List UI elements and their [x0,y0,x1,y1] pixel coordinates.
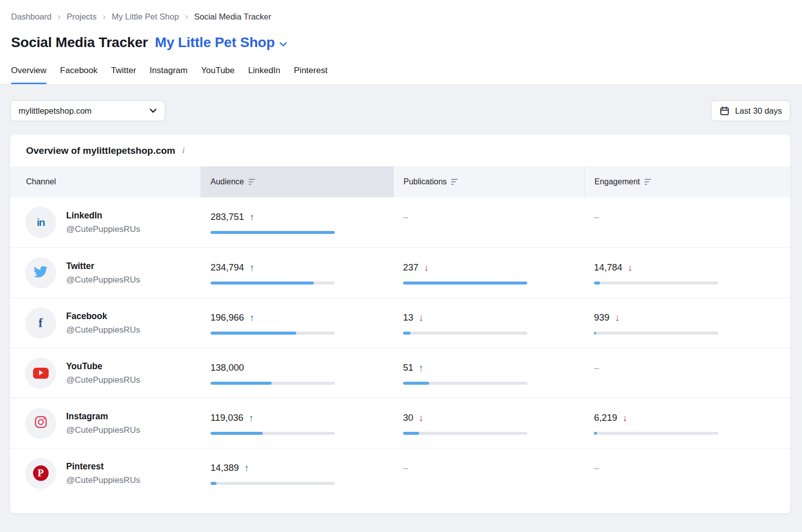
audience-cell: 283,751↑ [200,197,393,247]
metric-value: 30 [403,412,414,423]
tab-youtube[interactable]: YouTube [201,66,235,84]
trend-icon: ↑ [250,313,255,323]
table-row: P Pinterest @CutePuppiesRUs 14,389↑ – – [10,448,790,498]
engagement-cell: – [584,197,790,247]
sort-icon [645,179,651,185]
sort-icon [451,179,458,185]
publications-cell: 237↓ [393,248,584,298]
tab-facebook[interactable]: Facebook [60,66,98,84]
channel-avatar: f [25,308,56,339]
trend-icon: ↓ [419,313,424,323]
metric-value: 237 [403,262,419,273]
metric-value: 14,389 [211,462,239,473]
engagement-cell: 6,219↓ [584,398,790,448]
card-header: Overview of mylittlepetshop.com i [10,135,790,166]
chevron-down-icon [149,108,157,113]
tab-linkedin[interactable]: LinkedIn [248,66,280,84]
metric-bar [403,332,527,335]
tab-instagram[interactable]: Instagram [150,66,188,84]
channel-name: Twitter [66,261,140,272]
metric-bar [594,282,718,285]
engagement-cell: – [584,448,790,498]
trend-icon: ↑ [250,263,255,273]
audience-cell: 14,389↑ [200,448,393,498]
publications-cell: – [393,448,584,498]
audience-cell: 196,966↑ [200,298,393,348]
breadcrumb: Dashboard›Projects›My Little Pet Shop›So… [0,0,802,22]
metric-bar [594,332,718,335]
trend-icon: ↑ [250,212,255,222]
column-header-publications[interactable]: Publications [393,166,584,197]
sort-icon [249,179,255,185]
trend-icon: ↑ [245,463,250,473]
domain-selector[interactable]: mylittlepetshop.com [10,100,165,121]
metric-value: – [403,211,408,222]
column-header-engagement[interactable]: Engagement [584,166,790,197]
breadcrumb-item[interactable]: Projects [67,12,97,22]
table-row: Instagram @CutePuppiesRUs 119,036↑ 30↓ 6… [10,398,790,448]
metric-value: – [594,362,599,373]
tab-pinterest[interactable]: Pinterest [294,66,327,84]
channel-handle: @CutePuppiesRUs [66,325,140,335]
channel-name: YouTube [66,361,140,372]
tab-overview[interactable]: Overview [11,66,47,84]
trend-icon: ↑ [249,413,254,423]
metric-bar [211,382,335,385]
table-header-row: Channel Audience Publications Engagement [10,166,790,197]
metric-bar [594,432,718,435]
publications-cell: 51↑ [393,348,584,398]
breadcrumb-item: Social Media Tracker [194,12,271,22]
metric-value: – [403,462,408,473]
channel-avatar [25,257,56,289]
channel-cell: Twitter @CutePuppiesRUs [10,248,200,298]
metric-value: 939 [594,312,610,323]
domain-selector-value: mylittlepetshop.com [19,106,92,116]
channel-cell: Instagram @CutePuppiesRUs [10,398,200,448]
metric-bar [211,432,335,435]
twitter-icon [34,266,48,280]
publications-cell: 30↓ [393,398,584,448]
chevron-right-icon: › [185,12,188,21]
engagement-cell: – [584,348,790,398]
engagement-cell: 14,784↓ [584,248,790,298]
pinterest-icon: P [33,465,49,481]
channel-name: LinkedIn [66,210,140,221]
trend-icon: ↓ [424,263,429,273]
page-title-row: Social Media Tracker My Little Pet Shop [0,22,802,51]
metric-value: 51 [403,362,414,373]
table-row: YouTube @CutePuppiesRUs 138,000 51↑ – [10,348,790,398]
channel-handle: @CutePuppiesRUs [66,475,140,485]
overview-card: Overview of mylittlepetshop.com i Channe… [10,135,790,513]
trend-icon: ↓ [628,263,633,273]
metric-value: 13 [403,312,414,323]
channel-cell: P Pinterest @CutePuppiesRUs [10,448,200,498]
breadcrumb-item[interactable]: Dashboard [11,12,52,22]
table-row: in LinkedIn @CutePuppiesRUs 283,751↑ – – [10,197,790,247]
metric-value: 234,794 [211,262,244,273]
metric-value: 6,219 [594,412,617,423]
audience-cell: 119,036↑ [200,398,393,448]
project-switcher[interactable]: My Little Pet Shop [155,35,287,51]
channel-avatar: in [25,207,56,238]
youtube-icon [33,368,49,379]
audience-cell: 234,794↑ [200,248,393,298]
channel-avatar [25,358,56,389]
info-icon[interactable]: i [182,146,184,155]
channel-cell: in LinkedIn @CutePuppiesRUs [10,197,200,247]
breadcrumb-item[interactable]: My Little Pet Shop [112,12,179,22]
metric-bar [211,482,335,485]
table-row: f Facebook @CutePuppiesRUs 196,966↑ 13↓ … [10,298,790,348]
metric-value: 119,036 [211,412,244,423]
date-range-button[interactable]: Last 30 days [711,100,790,121]
metric-bar [403,282,527,285]
tab-bar: OverviewFacebookTwitterInstagramYouTubeL… [0,51,802,84]
channel-name: Pinterest [66,461,140,472]
metric-bar [211,282,335,285]
project-name: My Little Pet Shop [155,35,275,51]
tab-twitter[interactable]: Twitter [111,66,136,84]
metric-bar [211,332,335,335]
chevron-right-icon: › [58,12,61,21]
column-header-audience[interactable]: Audience [200,166,393,197]
metric-value: 14,784 [594,262,623,273]
card-title: Overview of mylittlepetshop.com [26,145,175,156]
